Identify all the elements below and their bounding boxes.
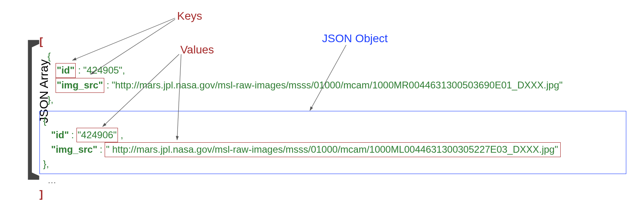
ellipsis: … bbox=[39, 174, 626, 187]
array-open-bracket: [ bbox=[39, 35, 43, 47]
key-imgsrc-1: "img_src" bbox=[57, 80, 103, 90]
value-id-2: "424906" bbox=[78, 129, 117, 140]
json-code-block: [ { "id":"424905", "img_src":"http://mar… bbox=[39, 34, 626, 202]
large-bracket-glyph: [ bbox=[24, 16, 41, 185]
key-id-2: "id" bbox=[51, 129, 69, 140]
value-imgsrc-2: " http://mars.jpl.nasa.gov/msl-raw-image… bbox=[106, 144, 558, 155]
value-imgsrc-1: "http://mars.jpl.nasa.gov/msl-raw-images… bbox=[111, 80, 562, 90]
brace-open-1: { bbox=[47, 51, 51, 61]
json-object-box: { "id":"424906" , "img_src":" http://mar… bbox=[39, 111, 626, 174]
value-id-1: "424905" bbox=[83, 65, 122, 76]
brace-open-2: { bbox=[43, 115, 46, 126]
key-id-1: "id" bbox=[57, 65, 74, 76]
array-close-bracket: ] bbox=[39, 188, 43, 200]
brace-close-1: } bbox=[47, 94, 51, 105]
key-imgsrc-2: "img_src" bbox=[51, 144, 97, 155]
keys-annotation-label: Keys bbox=[177, 10, 202, 23]
brace-close-2: } bbox=[43, 158, 46, 169]
